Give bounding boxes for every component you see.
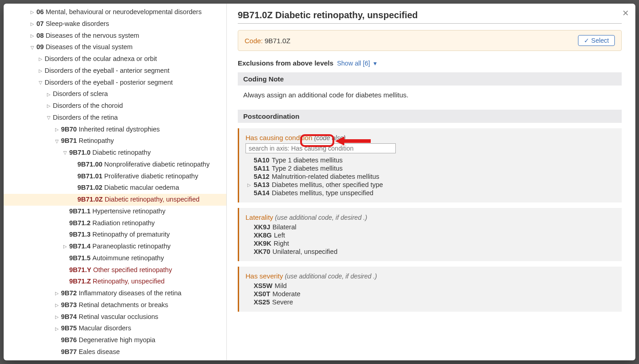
- chevron-right-icon[interactable]: ▷: [37, 56, 44, 62]
- axis-option-label: Severe: [272, 298, 293, 306]
- tree-row[interactable]: ▷9B70Inherited retinal dystrophies: [4, 124, 226, 136]
- axis-option-label: Type 1 diabetes mellitus: [272, 157, 343, 164]
- tree-row[interactable]: ▷07Sleep-wake disorders: [4, 18, 226, 30]
- tree-row[interactable]: ▽Disorders of the retina: [4, 112, 226, 124]
- axis-option-label: Moderate: [272, 290, 300, 298]
- chevron-right-icon[interactable]: ▷: [46, 91, 52, 98]
- tree-row[interactable]: ▷9B73Retinal detachments or breaks: [4, 299, 226, 311]
- tree-row[interactable]: 9B76Degenerative high myopia: [4, 334, 226, 346]
- tree-row[interactable]: 9B71.01Proliferative diabetic retinopath…: [4, 171, 226, 182]
- axis-option[interactable]: 5A12Malnutrition-related diabetes mellit…: [245, 172, 615, 181]
- chevron-right-icon[interactable]: ▷: [37, 67, 44, 74]
- tree-row[interactable]: ▷9B75Macular disorders: [4, 323, 226, 334]
- tree-code: 9B74: [61, 312, 77, 322]
- entity-title: 9B71.0Z Diabetic retinopathy, unspecifie…: [238, 10, 622, 24]
- chevron-right-icon[interactable]: ▷: [247, 182, 254, 187]
- tree-code: 9B71.00: [77, 160, 102, 170]
- axis-suffix: (use additional code, if desired .): [285, 273, 377, 280]
- tree-row[interactable]: ▷08Diseases of the nervous system: [4, 30, 226, 42]
- tree-row[interactable]: ▽09Diseases of the visual system: [4, 41, 226, 53]
- tree-row[interactable]: ▷9B78Certain specified retinal disorders: [4, 358, 226, 361]
- tree-label: Macular disorders: [79, 324, 131, 334]
- tree-code: 9B71.01: [77, 172, 102, 182]
- axis-option-label: Mild: [275, 282, 287, 289]
- code-label: Code:: [245, 37, 263, 45]
- tree-row[interactable]: ▷Disorders of the eyeball - anterior seg…: [4, 65, 226, 77]
- tree-row[interactable]: 9B71.5Autoimmune retinopathy: [4, 253, 226, 264]
- tree-row[interactable]: ▷Disorders of the choroid: [4, 100, 226, 112]
- axis-option-code: XK9K: [254, 240, 271, 247]
- axis-option[interactable]: XK8GLeft: [245, 231, 615, 239]
- chevron-right-icon[interactable]: ▷: [29, 9, 36, 15]
- axis-option[interactable]: XS5WMild: [245, 282, 615, 290]
- axis-option[interactable]: XS0TModerate: [245, 290, 615, 298]
- chevron-right-icon[interactable]: ▷: [54, 313, 60, 320]
- chevron-right-icon[interactable]: ▷: [62, 243, 68, 250]
- tree-row[interactable]: 9B71.2Radiation retinopathy: [4, 217, 226, 229]
- chevron-right-icon[interactable]: ▷: [54, 126, 60, 133]
- chevron-right-icon[interactable]: ▷: [54, 302, 60, 308]
- axis-option-label: Right: [274, 240, 289, 247]
- axis-option-label: Left: [274, 232, 285, 239]
- chevron-down-icon[interactable]: ▽: [29, 44, 36, 51]
- code-summary-bar: Code: 9B71.0Z ✓ Select: [238, 30, 622, 51]
- tree-row[interactable]: 9B71.0ZDiabetic retinopathy, unspecified: [4, 194, 226, 206]
- tree-row[interactable]: 9B77Eales disease: [4, 346, 226, 358]
- tree-code: 9B71.02: [77, 183, 102, 193]
- exclusions-line: Exclusions from above levels Show all [6…: [238, 59, 622, 67]
- tree-row[interactable]: 9B71.3Retinopathy of prematurity: [4, 229, 226, 241]
- axis-option-label: Unilateral, unspecified: [272, 248, 337, 255]
- axis-search-input[interactable]: [245, 143, 396, 153]
- tree-row[interactable]: ▽Disorders of the eyeball - posterior se…: [4, 77, 226, 89]
- axis-option[interactable]: XS25Severe: [245, 298, 615, 306]
- chevron-right-icon[interactable]: ▷: [54, 290, 60, 297]
- tree-label: Radiation retinopathy: [92, 218, 155, 228]
- chevron-right-icon[interactable]: ▷: [46, 102, 52, 109]
- axis-option[interactable]: XK9JBilateral: [245, 223, 615, 231]
- tree-row[interactable]: ▽9B71Retinopathy: [4, 135, 226, 147]
- tree-code: 9B71.0Z: [77, 195, 103, 205]
- coding-note-header: Coding Note: [238, 72, 622, 86]
- axis-option[interactable]: XK9KRight: [245, 239, 615, 248]
- chevron-right-icon[interactable]: ▷: [29, 32, 36, 39]
- chevron-down-icon[interactable]: ▽: [37, 79, 44, 86]
- tree-code: 08: [36, 31, 44, 41]
- tree-label: Hypertensive retinopathy: [92, 207, 165, 217]
- tree-label: Disorders of the eyeball - anterior segm…: [45, 66, 169, 76]
- tree-code: 9B71.5: [69, 253, 91, 263]
- chevron-down-icon[interactable]: ▽: [54, 138, 60, 145]
- axis-option[interactable]: XK70Unilateral, unspecified: [245, 248, 615, 256]
- tree-row[interactable]: ▷Disorders of the ocular adnexa or orbit: [4, 53, 226, 65]
- tree-row[interactable]: ▷9B71.4Paraneoplastic retinopathy: [4, 241, 226, 253]
- tree-label: Mental, behavioural or neurodevelopmenta…: [46, 7, 202, 17]
- tree-label: Certain specified retinal disorders: [79, 359, 177, 361]
- tree-row[interactable]: ▽9B71.0Diabetic retinopathy: [4, 147, 226, 159]
- tree-row[interactable]: ▷9B74Retinal vascular occlusions: [4, 311, 226, 323]
- chevron-down-icon[interactable]: ▽: [46, 114, 52, 121]
- tree-row[interactable]: 9B71.1Hypertensive retinopathy: [4, 206, 226, 217]
- tree-label: Disorders of sclera: [53, 89, 108, 99]
- tree-row[interactable]: ▷Disorders of sclera: [4, 88, 226, 100]
- axis-option-label: Diabetes mellitus, type unspecified: [272, 189, 373, 197]
- tree-row[interactable]: 9B71.00Nonproliferative diabetic retinop…: [4, 159, 226, 171]
- axis-option[interactable]: ▷5A13Diabetes mellitus, other specified …: [245, 181, 615, 189]
- tree-row[interactable]: 9B71.YOther specified retinopathy: [4, 264, 226, 276]
- axis-option-code: 5A11: [254, 165, 270, 172]
- tree-row[interactable]: ▷9B72Inflammatory diseases of the retina: [4, 288, 226, 299]
- show-all-link[interactable]: Show all [6] ▾: [337, 60, 377, 67]
- chevron-right-icon[interactable]: ▷: [29, 20, 36, 27]
- chevron-right-icon[interactable]: ▷: [54, 325, 60, 332]
- tree-row[interactable]: ▷06Mental, behavioural or neurodevelopme…: [4, 6, 226, 18]
- axis-option[interactable]: 5A14Diabetes mellitus, type unspecified: [245, 189, 615, 197]
- axis-option[interactable]: 5A10Type 1 diabetes mellitus: [245, 156, 615, 164]
- axis-option[interactable]: 5A11Type 2 diabetes mellitus: [245, 164, 615, 172]
- axis-option-label: Malnutrition-related diabetes mellitus: [272, 173, 379, 180]
- tree-label: Diseases of the nervous system: [46, 31, 139, 41]
- close-icon[interactable]: ✕: [622, 8, 629, 18]
- hierarchy-tree[interactable]: ▷06Mental, behavioural or neurodevelopme…: [4, 4, 227, 360]
- axis-option-label: Diabetes mellitus, other specified type: [272, 181, 383, 188]
- select-button[interactable]: ✓ Select: [578, 35, 615, 46]
- chevron-down-icon[interactable]: ▽: [62, 149, 68, 156]
- tree-row[interactable]: 9B71.02Diabetic macular oedema: [4, 182, 226, 194]
- tree-row[interactable]: 9B71.ZRetinopathy, unspecified: [4, 276, 226, 288]
